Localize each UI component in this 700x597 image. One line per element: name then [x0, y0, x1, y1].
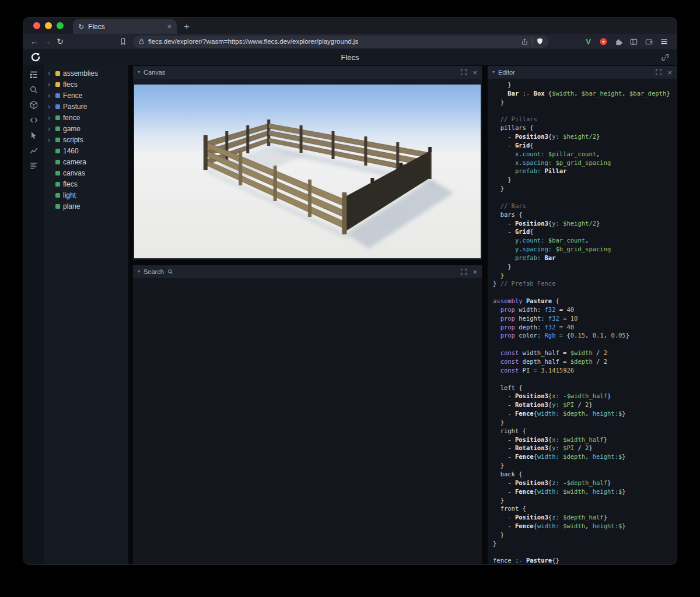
collapse-chevron-icon[interactable]: ▾	[138, 70, 140, 75]
back-button[interactable]: ←	[28, 35, 41, 48]
fullscreen-icon[interactable]	[461, 269, 467, 275]
code-line: bars {	[493, 210, 677, 219]
tree-item-label: plane	[63, 202, 80, 210]
tree-item-pasture[interactable]: ›Pasture	[44, 101, 128, 112]
tree-item-fence[interactable]: ›fence	[44, 112, 128, 123]
app-body: ›assemblies›flecs›Fence›Pasture›fence›ga…	[23, 65, 677, 564]
close-panel-icon[interactable]: ×	[473, 69, 477, 76]
stats-chart-icon[interactable]	[26, 143, 41, 158]
code-line: assembly Pasture {	[493, 297, 677, 305]
tree-item-1460[interactable]: ›1460	[44, 145, 128, 156]
wallet-icon[interactable]	[642, 35, 656, 48]
code-line: x.spacing: $p_grid_spacing	[493, 159, 677, 167]
code-line: prop color: Rgb = {0.15, 0.1, 0.05}	[493, 331, 677, 340]
menu-icon[interactable]	[657, 35, 671, 48]
forward-button[interactable]: →	[41, 35, 54, 48]
vimium-extension-icon[interactable]: V	[582, 35, 595, 48]
url-text[interactable]: flecs.dev/explorer/?wasm=https://www.fle…	[148, 38, 517, 45]
tree-item-label: Pasture	[63, 103, 87, 111]
code-area[interactable]: } Bar :- Box {$width, $bar_height, $bar_…	[488, 79, 677, 564]
close-panel-icon[interactable]: ×	[667, 69, 672, 76]
tree-item-plane[interactable]: ›plane	[44, 201, 128, 212]
browser-toolbar: ← → ↻ flecs.dev/explorer/?wasm=https://w…	[23, 34, 677, 49]
tab-flecs[interactable]: ↻ Flecs ×	[73, 19, 177, 34]
puzzle-extensions-icon[interactable]	[612, 35, 625, 48]
code-line: // Pillars	[493, 115, 677, 124]
tree-item-camera[interactable]: ›camera	[44, 156, 128, 167]
entity-tree-icon[interactable]	[26, 67, 41, 82]
tree-item-fence[interactable]: ›Fence	[44, 90, 128, 101]
red-extension-icon[interactable]	[597, 35, 610, 48]
new-tab-button[interactable]: +	[184, 22, 190, 31]
code-line: }	[493, 98, 677, 107]
script-code-icon[interactable]	[26, 113, 41, 128]
code-line: prefab: Pillar	[493, 167, 677, 175]
close-panel-icon[interactable]: ×	[473, 268, 477, 276]
code-line: - Position3{y: $height/2}	[493, 132, 677, 141]
brave-shield-icon[interactable]	[536, 37, 544, 45]
code-line: }	[493, 531, 677, 539]
address-bar[interactable]: flecs.dev/explorer/?wasm=https://www.fle…	[133, 36, 549, 48]
search-panel-header: ▾ Search ×	[133, 265, 482, 278]
tree-item-flecs[interactable]: ›flecs	[44, 79, 128, 90]
search-icon	[167, 269, 173, 275]
tree-item-scripts[interactable]: ›scripts	[44, 134, 128, 145]
collapse-chevron-icon[interactable]: ▾	[138, 269, 140, 274]
code-line: // Bars	[493, 202, 677, 210]
code-line: - Rotation3{y: $PI / 2}	[493, 444, 677, 452]
maximize-window-button[interactable]	[57, 22, 64, 29]
fullscreen-icon[interactable]	[656, 69, 662, 75]
code-line: const depth_half = $depth / 2	[493, 357, 677, 366]
tree-item-flecs[interactable]: ›flecs	[44, 178, 128, 189]
minimize-window-button[interactable]	[45, 22, 52, 29]
expand-arrow-icon[interactable]: ›	[48, 81, 52, 88]
extension-icons: V	[582, 35, 672, 48]
entities-cube-icon[interactable]	[26, 97, 41, 113]
expand-arrow-icon[interactable]: ›	[48, 114, 52, 121]
code-line: - Position3{z: $depth_half}	[493, 513, 677, 522]
bookmark-icon[interactable]	[117, 35, 130, 48]
entity-kind-swatch	[55, 171, 60, 175]
tree-item-label: light	[63, 191, 76, 199]
page-title: Flecs	[23, 53, 677, 62]
left-icon-strip	[23, 65, 44, 564]
tree-item-assemblies[interactable]: ›assemblies	[44, 68, 128, 79]
code-line	[493, 288, 677, 297]
canvas-panel-header: ▾ Canvas ×	[133, 66, 482, 79]
collapse-chevron-icon[interactable]: ▾	[492, 70, 495, 75]
entity-kind-swatch	[55, 182, 60, 187]
canvas-body	[133, 79, 482, 260]
commands-list-icon[interactable]	[26, 158, 41, 173]
entity-kind-swatch	[55, 127, 60, 131]
close-tab-icon[interactable]: ×	[167, 23, 172, 30]
share-icon[interactable]	[521, 38, 528, 45]
flecs-logo-icon[interactable]	[30, 52, 41, 62]
3d-scene-fence[interactable]	[134, 85, 481, 258]
code-line: right {	[493, 427, 677, 436]
sidebar-toggle-icon[interactable]	[627, 35, 640, 48]
expand-arrow-icon[interactable]: ›	[48, 92, 52, 99]
code-line: y.count: $bar_count,	[493, 236, 677, 245]
code-line: }	[493, 271, 677, 280]
entity-kind-swatch	[55, 160, 60, 164]
close-window-button[interactable]	[33, 22, 40, 29]
panel-title: Search	[144, 268, 164, 275]
reload-button[interactable]: ↻	[54, 35, 66, 48]
code-line: prop width: f32 = 40	[493, 305, 677, 314]
tree-item-game[interactable]: ›game	[44, 123, 128, 134]
expand-arrow-icon[interactable]: ›	[48, 125, 52, 132]
fullscreen-icon[interactable]	[461, 69, 467, 75]
expand-arrow-icon[interactable]: ›	[48, 136, 52, 143]
tree-item-light[interactable]: ›light	[44, 189, 128, 201]
tree-item-label: flecs	[63, 180, 78, 188]
expand-arrow-icon[interactable]: ›	[48, 103, 52, 110]
share-link-icon[interactable]	[661, 53, 670, 62]
tree-item-canvas[interactable]: ›canvas	[44, 167, 128, 178]
tree-item-label: assemblies	[63, 69, 98, 78]
code-line: y.spacing: $b_grid_spacing	[493, 245, 677, 254]
panel-title: Editor	[498, 69, 515, 76]
query-search-icon[interactable]	[26, 82, 41, 97]
expand-arrow-icon[interactable]: ›	[48, 70, 52, 77]
search-results-area[interactable]	[133, 278, 482, 564]
inspect-cursor-icon[interactable]	[26, 128, 41, 143]
